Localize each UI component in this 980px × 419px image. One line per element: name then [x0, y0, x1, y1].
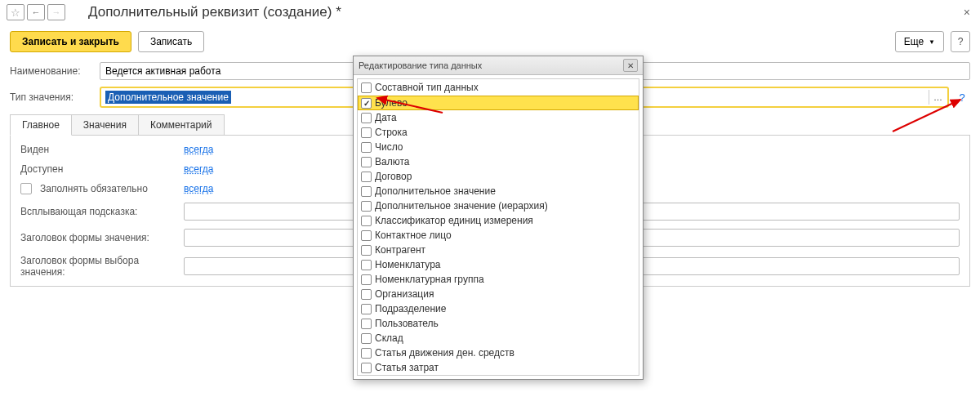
type-item-label: Валюта — [375, 156, 409, 167]
available-link[interactable]: всегда — [184, 163, 213, 175]
save-close-button[interactable]: Записать и закрыть — [10, 31, 131, 52]
type-item-checkbox[interactable] — [361, 333, 372, 344]
type-item-checkbox[interactable] — [361, 98, 372, 109]
type-item-label: Контрагент — [375, 244, 425, 256]
composite-label: Составной тип данных — [375, 82, 479, 93]
type-item-checkbox[interactable] — [361, 172, 372, 182]
value-form-title-label: Заголовок формы значения: — [20, 232, 184, 243]
type-item-label: Дата — [375, 112, 397, 123]
type-value-selected: Дополнительное значение — [105, 91, 231, 104]
type-item-checkbox[interactable] — [361, 186, 372, 197]
tooltip-label: Всплывающая подсказка: — [20, 206, 184, 217]
type-item-checkbox[interactable] — [361, 127, 372, 138]
type-item-label: Номенклатурная группа — [375, 274, 484, 285]
type-item-label: Номенклатура — [375, 259, 441, 270]
type-list-item[interactable]: Статья движения ден. средств — [358, 345, 639, 360]
type-item-label: Строка — [375, 127, 408, 138]
close-button[interactable]: × — [960, 6, 973, 19]
type-item-label: Статья затрат — [375, 362, 439, 373]
type-list: БулевоДатаСтрокаЧислоВалютаДоговорДополн… — [357, 96, 639, 376]
type-editor-dialog: Редактирование типа данных ✕ Составной т… — [353, 56, 644, 380]
type-item-label: Классификатор единиц измерения — [375, 215, 533, 226]
fill-required-label: Заполнять обязательно — [40, 183, 148, 194]
type-item-label: Склад — [375, 332, 403, 344]
type-help-button[interactable]: ? — [954, 91, 970, 104]
type-item-checkbox[interactable] — [361, 245, 372, 256]
tab-comment[interactable]: Комментарий — [138, 114, 225, 135]
type-list-item[interactable]: Булево — [358, 96, 639, 110]
type-item-checkbox[interactable] — [361, 363, 372, 373]
visible-label: Виден — [20, 144, 184, 155]
type-list-item[interactable]: Склад — [358, 331, 639, 345]
type-item-checkbox[interactable] — [361, 230, 372, 241]
type-item-checkbox[interactable] — [361, 274, 372, 285]
type-list-item[interactable]: Дополнительное значение (иерархия) — [358, 198, 639, 213]
chevron-down-icon: ▼ — [929, 38, 935, 46]
type-item-checkbox[interactable] — [361, 201, 372, 212]
type-item-label: Статья движения ден. средств — [375, 347, 514, 359]
type-item-label: Организация — [375, 288, 434, 300]
type-item-label: Договор — [375, 171, 412, 182]
type-item-label: Дополнительное значение (иерархия) — [375, 200, 548, 212]
type-item-checkbox[interactable] — [361, 113, 372, 123]
type-item-checkbox[interactable] — [361, 260, 372, 270]
type-item-checkbox[interactable] — [361, 289, 372, 300]
type-list-item[interactable]: Контактное лицо — [358, 228, 639, 243]
type-item-checkbox[interactable] — [361, 304, 372, 314]
type-list-item[interactable]: Дата — [358, 110, 639, 125]
type-list-item[interactable]: Статья затрат — [358, 360, 639, 375]
more-label: Еще — [904, 36, 924, 47]
name-label: Наименование: — [10, 65, 100, 77]
type-item-checkbox[interactable] — [361, 348, 372, 359]
type-item-label: Подразделение — [375, 303, 446, 314]
dialog-close-button[interactable]: ✕ — [623, 59, 638, 72]
fill-required-link[interactable]: всегда — [184, 183, 213, 194]
fill-required-checkbox[interactable] — [20, 183, 32, 194]
visible-link[interactable]: всегда — [184, 144, 213, 155]
type-item-label: Булево — [375, 97, 408, 109]
tab-values[interactable]: Значения — [71, 114, 139, 135]
type-list-item[interactable]: Валюта — [358, 154, 639, 169]
type-list-item[interactable]: Классификатор единиц измерения — [358, 213, 639, 228]
type-list-item[interactable]: Номенклатура — [358, 257, 639, 272]
type-item-checkbox[interactable] — [361, 216, 372, 226]
type-item-label: Дополнительное значение — [375, 185, 496, 197]
type-list-item[interactable]: Организация — [358, 287, 639, 301]
type-list-item[interactable]: Число — [358, 140, 639, 154]
type-item-label: Число — [375, 141, 403, 153]
type-item-checkbox[interactable] — [361, 319, 372, 329]
type-list-item[interactable]: Пользователь — [358, 316, 639, 331]
type-item-checkbox[interactable] — [361, 157, 372, 167]
value-choice-form-title-label: Заголовок формы выбора значения: — [20, 255, 184, 278]
type-list-item[interactable]: Дополнительное значение — [358, 184, 639, 198]
type-list-item[interactable]: Контрагент — [358, 243, 639, 257]
type-item-label: Пользователь — [375, 318, 439, 329]
toolbar: Записать и закрыть Записать Еще ▼ ? — [0, 25, 980, 59]
composite-type-row[interactable]: Составной тип данных — [357, 78, 639, 96]
type-list-item[interactable]: Строка — [358, 125, 639, 140]
composite-checkbox[interactable] — [361, 82, 372, 93]
forward-button[interactable]: → — [47, 4, 65, 20]
type-list-item[interactable]: Договор — [358, 169, 639, 184]
type-item-checkbox[interactable] — [361, 142, 372, 153]
type-item-label: Контактное лицо — [375, 230, 452, 241]
more-button[interactable]: Еще ▼ — [895, 31, 944, 52]
type-list-item[interactable]: Подразделение — [358, 301, 639, 316]
help-button[interactable]: ? — [951, 31, 970, 52]
save-button[interactable]: Записать — [138, 31, 204, 52]
type-list-item[interactable]: Номенклатурная группа — [358, 272, 639, 287]
type-label: Тип значения: — [10, 91, 100, 103]
available-label: Доступен — [20, 163, 184, 175]
favorite-button[interactable]: ☆ — [7, 4, 24, 20]
type-ellipsis-button[interactable]: … — [929, 90, 947, 105]
tab-main[interactable]: Главное — [10, 114, 72, 136]
titlebar: ☆ ← → Дополнительный реквизит (создание)… — [0, 0, 980, 25]
dialog-title-text: Редактирование типа данных — [359, 60, 482, 70]
back-button[interactable]: ← — [27, 4, 45, 20]
dialog-titlebar: Редактирование типа данных ✕ — [354, 56, 643, 75]
page-title: Дополнительный реквизит (создание) * — [88, 4, 341, 20]
